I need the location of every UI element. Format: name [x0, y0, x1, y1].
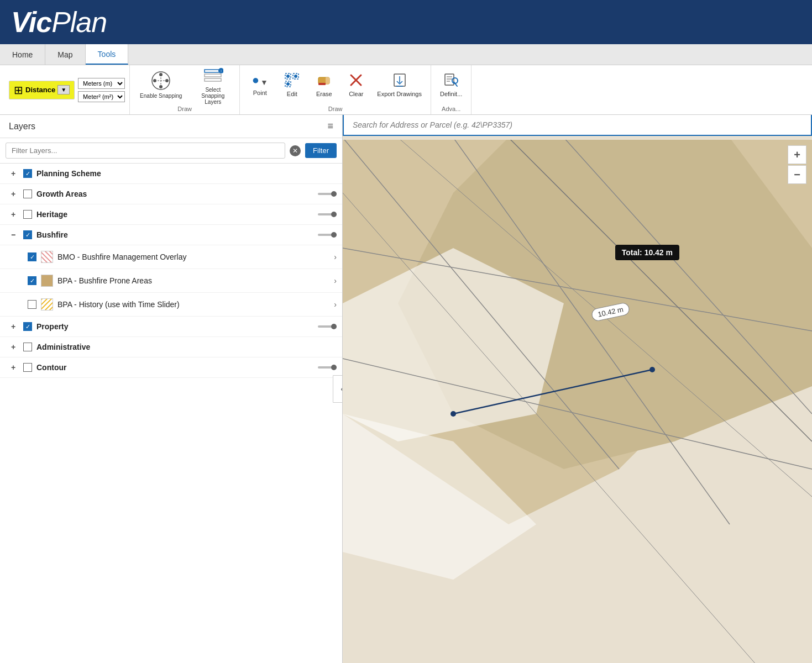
- layer-name-bpa-history: BPA - History (use with Time Slider): [57, 300, 326, 309]
- filter-button[interactable]: Filter: [305, 143, 337, 158]
- layer-name-administrative: Administrative: [36, 343, 337, 351]
- expand-heritage[interactable]: +: [8, 210, 19, 219]
- slider-growth-areas[interactable]: [318, 193, 337, 195]
- app-logo: VicPlan: [11, 6, 107, 39]
- layer-heritage: + Heritage: [0, 204, 342, 225]
- svg-point-13: [286, 75, 290, 78]
- export-drawings-btn[interactable]: Export Drawings: [373, 70, 426, 99]
- expand-bushfire[interactable]: −: [8, 230, 19, 239]
- distance-tool[interactable]: ⊞ Distance ▼: [9, 81, 75, 99]
- select-snapping-icon: ⋮: [202, 64, 223, 85]
- checkbox-heritage[interactable]: [23, 210, 32, 219]
- checkbox-planning-scheme[interactable]: [23, 169, 32, 178]
- layers-menu-icon[interactable]: ≡: [327, 120, 333, 132]
- layer-bmo: BMO - Bushfire Management Overlay ›: [0, 245, 342, 269]
- app-header: VicPlan: [0, 0, 812, 44]
- layer-name-bmo: BMO - Bushfire Management Overlay: [57, 252, 326, 261]
- erase-icon: [316, 72, 332, 88]
- checkbox-bpa[interactable]: [28, 276, 36, 285]
- map-canvas: Total: 10.42 m 10.42 m: [343, 140, 812, 663]
- measurement-total-tooltip: Total: 10.42 m: [615, 245, 679, 260]
- bpa-chevron[interactable]: ›: [334, 276, 337, 285]
- clear-btn[interactable]: Clear: [340, 70, 371, 99]
- svg-point-15: [286, 82, 290, 86]
- layer-growth-areas: + Growth Areas: [0, 184, 342, 204]
- svg-point-43: [450, 411, 456, 417]
- layer-name-property: Property: [36, 322, 313, 331]
- zoom-controls: + −: [788, 145, 806, 184]
- zoom-in-btn[interactable]: +: [788, 145, 806, 164]
- svg-point-14: [294, 75, 297, 78]
- layer-property: + Property: [0, 317, 342, 337]
- nav-tools[interactable]: Tools: [86, 44, 129, 65]
- checkbox-bmo[interactable]: [28, 252, 36, 261]
- filter-clear-btn[interactable]: ✕: [290, 145, 301, 156]
- filter-input[interactable]: [6, 143, 285, 159]
- svg-rect-7: [205, 78, 221, 81]
- svg-rect-6: [205, 74, 221, 77]
- expand-growth-areas[interactable]: +: [8, 190, 19, 198]
- expand-contour[interactable]: +: [8, 363, 19, 372]
- slider-contour[interactable]: [318, 366, 337, 369]
- panel-collapse-btn[interactable]: ‹: [333, 375, 343, 403]
- bpa-icon: [41, 275, 53, 287]
- enable-snapping-btn[interactable]: Enable Snapping: [134, 68, 187, 101]
- nav-map[interactable]: Map: [45, 44, 85, 65]
- erase-btn[interactable]: Erase: [308, 70, 339, 99]
- distance-dropdown-btn[interactable]: ▼: [57, 85, 70, 94]
- svg-rect-18: [318, 83, 326, 85]
- layer-contour: + Contour: [0, 357, 342, 378]
- slider-property[interactable]: [318, 325, 337, 328]
- map-area[interactable]: + −: [343, 115, 812, 663]
- layers-panel: Layers ≡ ✕ Filter + Planning Scheme + Gr…: [0, 115, 343, 663]
- layer-bpa-history: BPA - History (use with Time Slider) ›: [0, 293, 342, 317]
- layer-name-growth-areas: Growth Areas: [36, 190, 313, 198]
- search-bar: [343, 115, 812, 136]
- map-search-input[interactable]: [343, 115, 812, 136]
- map-svg: [343, 140, 812, 663]
- main-content: Layers ≡ ✕ Filter + Planning Scheme + Gr…: [0, 115, 812, 663]
- advanced-section: Definit... Adva...: [431, 65, 472, 114]
- checkbox-administrative[interactable]: [23, 343, 32, 351]
- units-selectors: Meters (m) Meter² (m²): [78, 78, 125, 102]
- layer-name-contour: Contour: [36, 363, 313, 372]
- export-icon: [391, 72, 408, 88]
- expand-property[interactable]: +: [8, 322, 19, 331]
- filter-row: ✕ Filter: [0, 138, 342, 164]
- definition-icon: [443, 72, 459, 88]
- layer-bpa: BPA - Bushfire Prone Areas ›: [0, 269, 342, 293]
- expand-administrative[interactable]: +: [8, 343, 19, 351]
- checkbox-bpa-history[interactable]: [28, 300, 36, 309]
- point-btn[interactable]: ● ▼ Point: [244, 71, 275, 98]
- checkbox-bushfire[interactable]: [23, 230, 32, 239]
- slider-heritage[interactable]: [318, 213, 337, 215]
- expand-planning-scheme[interactable]: +: [8, 169, 19, 178]
- checkbox-property[interactable]: [23, 322, 32, 331]
- select-snapping-layers-btn[interactable]: ⋮ Select Snapping Layers: [191, 62, 235, 107]
- toolbar: ⊞ Distance ▼ Meters (m) Meter² (m²): [0, 65, 812, 115]
- nav-home[interactable]: Home: [0, 44, 45, 65]
- snapping-icon: [150, 70, 171, 91]
- layer-name-heritage: Heritage: [36, 210, 313, 219]
- area-unit-select[interactable]: Meter² (m²): [78, 91, 125, 102]
- snapping-section: Enable Snapping ⋮ Select Snapping Layers…: [130, 65, 240, 114]
- checkbox-growth-areas[interactable]: [23, 190, 32, 198]
- bmo-chevron[interactable]: ›: [334, 252, 337, 261]
- svg-point-44: [649, 367, 655, 372]
- edit-btn[interactable]: Edit: [276, 70, 307, 99]
- layer-bushfire: − Bushfire: [0, 225, 342, 245]
- checkbox-contour[interactable]: [23, 363, 32, 372]
- bpa-history-chevron[interactable]: ›: [334, 300, 337, 309]
- layer-name-bushfire: Bushfire: [36, 230, 313, 239]
- bpa-history-icon: [41, 298, 53, 311]
- length-unit-select[interactable]: Meters (m): [78, 78, 125, 89]
- layer-name-planning-scheme: Planning Scheme: [36, 169, 337, 178]
- zoom-out-btn[interactable]: −: [788, 165, 806, 184]
- layer-name-bpa: BPA - Bushfire Prone Areas: [57, 276, 326, 285]
- slider-bushfire[interactable]: [318, 234, 337, 236]
- svg-rect-17: [326, 77, 329, 84]
- layers-header: Layers ≡: [0, 115, 342, 138]
- definition-btn[interactable]: Definit...: [436, 70, 467, 99]
- distance-tool-section: ⊞ Distance ▼ Meters (m) Meter² (m²): [4, 65, 130, 114]
- svg-text:⋮: ⋮: [219, 69, 223, 74]
